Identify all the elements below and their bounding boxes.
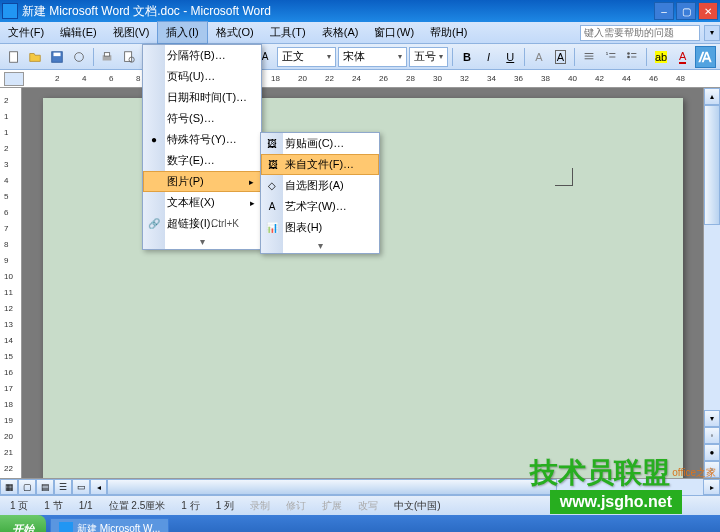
menu-item-textbox[interactable]: 文本框(X)▸: [143, 192, 261, 213]
ruler-tick: 28: [406, 74, 415, 83]
menu-file[interactable]: 文件(F): [0, 22, 52, 43]
menu-table[interactable]: 表格(A): [314, 22, 367, 43]
ruler-tick: 6: [109, 74, 113, 83]
ruler-tick: 9: [4, 256, 8, 265]
menu-item-special-symbol[interactable]: ●特殊符号(Y)…: [143, 129, 261, 150]
menu-item-symbol[interactable]: 符号(S)…: [143, 108, 261, 129]
font-shadow-button[interactable]: A: [529, 47, 549, 67]
normal-view-button[interactable]: ▦: [0, 479, 18, 495]
ruler-tick: 24: [352, 74, 361, 83]
ruler-tick: 42: [595, 74, 604, 83]
font-combo[interactable]: 宋体▾: [338, 47, 407, 67]
status-ext[interactable]: 扩展: [318, 499, 346, 513]
ruler-tick: 2: [55, 74, 59, 83]
style-combo[interactable]: 正文▾: [277, 47, 336, 67]
status-ovr[interactable]: 改写: [354, 499, 382, 513]
save-button[interactable]: [47, 47, 67, 67]
ruler-tick: 40: [568, 74, 577, 83]
print-view-button[interactable]: ▤: [36, 479, 54, 495]
menu-item-number[interactable]: 数字(E)…: [143, 150, 261, 171]
reading-view-button[interactable]: ▭: [72, 479, 90, 495]
menu-view[interactable]: 视图(V): [105, 22, 158, 43]
shortcut-label: Ctrl+K: [211, 218, 239, 229]
menu-item-from-file[interactable]: 🖼来自文件(F)…: [261, 154, 379, 175]
open-button[interactable]: [26, 47, 46, 67]
taskbar: 开始 新建 Microsoft W...: [0, 515, 720, 532]
vertical-scrollbar: ▴ ▾ ◦ ● ◦: [703, 88, 720, 478]
browse-object-button[interactable]: ●: [704, 444, 720, 461]
toolbar-separator: [524, 48, 525, 66]
start-button[interactable]: 开始: [0, 515, 46, 532]
scroll-left-button[interactable]: ◂: [90, 479, 107, 495]
menu-item-chart[interactable]: 📊图表(H): [261, 217, 379, 238]
status-pages: 1/1: [75, 500, 97, 511]
scroll-thumb[interactable]: [704, 105, 720, 225]
status-rev[interactable]: 修订: [282, 499, 310, 513]
menu-help[interactable]: 帮助(H): [422, 22, 475, 43]
ruler-tick: 32: [460, 74, 469, 83]
font-value: 宋体: [343, 49, 365, 64]
italic-button[interactable]: I: [479, 47, 499, 67]
scroll-thumb-h[interactable]: [107, 479, 557, 495]
view-buttons: ▦ ▢ ▤ ☰ ▭: [0, 479, 90, 495]
ruler-corner: [4, 72, 24, 86]
menu-tools[interactable]: 工具(T): [262, 22, 314, 43]
menu-item-picture[interactable]: 图片(P)▸: [143, 171, 261, 192]
size-combo[interactable]: 五号▾: [409, 47, 448, 67]
menu-item-datetime[interactable]: 日期和时间(T)…: [143, 87, 261, 108]
toolbar-separator: [93, 48, 94, 66]
menu-item-wordart[interactable]: A艺术字(W)…: [261, 196, 379, 217]
menu-window[interactable]: 窗口(W): [366, 22, 422, 43]
chart-icon: 📊: [264, 220, 280, 236]
menu-item-pagenumber[interactable]: 页码(U)…: [143, 66, 261, 87]
menu-item-clipart[interactable]: 🖼剪贴画(C)…: [261, 133, 379, 154]
outline-view-button[interactable]: ☰: [54, 479, 72, 495]
close-button[interactable]: ✕: [698, 2, 718, 20]
bullets-button[interactable]: [623, 47, 643, 67]
prev-page-button[interactable]: ◦: [704, 427, 720, 444]
scroll-up-button[interactable]: ▴: [704, 88, 720, 105]
font-color-button[interactable]: A: [673, 47, 693, 67]
menu-format[interactable]: 格式(O): [208, 22, 262, 43]
underline-button[interactable]: U: [500, 47, 520, 67]
print-button[interactable]: [98, 47, 118, 67]
help-search-input[interactable]: [580, 25, 700, 41]
status-column: 1 列: [212, 499, 238, 513]
watermark-text1: 技术员联盟: [530, 454, 670, 492]
align-justify-button[interactable]: [579, 47, 599, 67]
print-preview-button[interactable]: [119, 47, 139, 67]
numbering-button[interactable]: 1: [601, 47, 621, 67]
help-dropdown-arrow[interactable]: ▾: [704, 25, 720, 41]
vertical-ruler[interactable]: 2112345678910111213141516171819202122: [0, 88, 22, 478]
minimize-button[interactable]: –: [654, 2, 674, 20]
bold-button[interactable]: B: [457, 47, 477, 67]
ruler-tick: 1: [4, 128, 8, 137]
menu-item-break[interactable]: 分隔符(B)…: [143, 45, 261, 66]
ruler-tick: 1: [4, 112, 8, 121]
menu-edit[interactable]: 编辑(E): [52, 22, 105, 43]
svg-rect-0: [9, 51, 17, 62]
ruler-tick: 4: [4, 176, 8, 185]
scroll-right-button[interactable]: ▸: [703, 479, 720, 495]
maximize-button[interactable]: ▢: [676, 2, 696, 20]
ruler-tick: 8: [136, 74, 140, 83]
scroll-track[interactable]: [704, 105, 720, 410]
ruler-tick: 44: [622, 74, 631, 83]
status-rec[interactable]: 录制: [246, 499, 274, 513]
status-lang[interactable]: 中文(中国): [390, 499, 445, 513]
permission-button[interactable]: [69, 47, 89, 67]
menu-item-hyperlink[interactable]: 🔗超链接(I)…Ctrl+K: [143, 213, 261, 234]
svg-rect-2: [54, 52, 61, 56]
highlight-button[interactable]: ab: [651, 47, 671, 67]
char-border-button[interactable]: A: [551, 47, 571, 67]
ruler-tick: 2: [4, 144, 8, 153]
taskbar-item-word[interactable]: 新建 Microsoft W...: [50, 518, 169, 532]
scroll-down-button[interactable]: ▾: [704, 410, 720, 427]
menu-insert[interactable]: 插入(I): [157, 21, 207, 44]
picture-submenu: 🖼剪贴画(C)… 🖼来自文件(F)… ◇自选图形(A) A艺术字(W)… 📊图表…: [260, 132, 380, 254]
web-view-button[interactable]: ▢: [18, 479, 36, 495]
ruler-tick: 20: [298, 74, 307, 83]
horizontal-ruler[interactable]: 2468101214161820222426283032343638404244…: [0, 70, 720, 88]
menu-item-autoshapes[interactable]: ◇自选图形(A): [261, 175, 379, 196]
new-doc-button[interactable]: [4, 47, 24, 67]
